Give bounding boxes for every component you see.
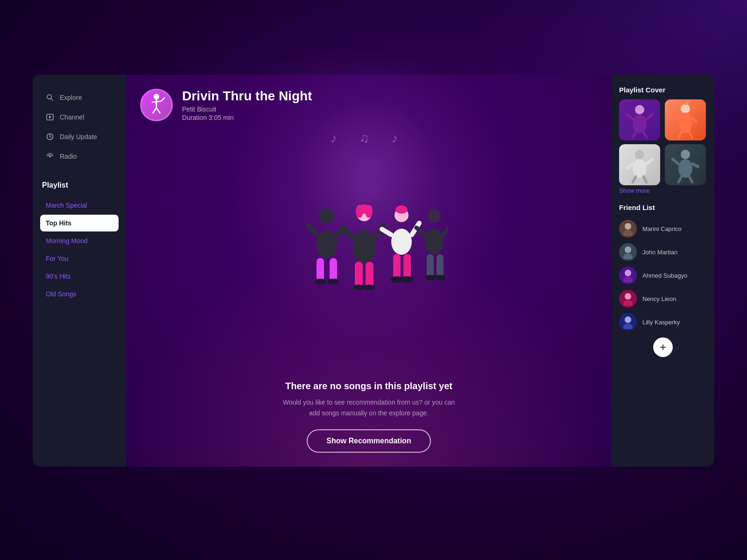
friend-item-ahmed[interactable]: Ahmed Subagyo: [619, 264, 707, 287]
svg-line-61: [678, 132, 682, 138]
svg-marker-3: [49, 116, 51, 119]
nav-item-channel-label: Channel: [60, 113, 84, 121]
svg-line-74: [689, 176, 692, 182]
svg-point-23: [356, 205, 363, 218]
svg-point-76: [623, 230, 633, 236]
svg-point-79: [625, 270, 631, 276]
nav-item-daily-update-label: Daily Update: [60, 133, 97, 140]
svg-line-18: [308, 225, 317, 235]
svg-point-38: [428, 210, 441, 223]
playlist-item-old-songs[interactable]: Old Songs: [40, 286, 119, 302]
friend-item-nency[interactable]: Nency Lieon: [619, 287, 707, 310]
app-container: Explore Channel: [33, 75, 714, 467]
svg-point-45: [435, 275, 446, 280]
svg-point-81: [625, 293, 631, 300]
svg-point-84: [623, 323, 633, 329]
nav-item-channel[interactable]: Channel: [40, 108, 119, 126]
main-content: Drivin Thru the Night Petit Biscuit Dura…: [126, 75, 612, 467]
svg-point-15: [317, 230, 337, 258]
friend-item-lilly[interactable]: Lilly Kasperky: [619, 310, 707, 334]
cover-thumb-2[interactable]: [665, 99, 706, 140]
svg-point-49: [364, 285, 375, 290]
nav-section: Explore Channel: [40, 89, 119, 167]
friend-item-john[interactable]: John Martian: [619, 240, 707, 264]
svg-line-57: [685, 101, 690, 104]
svg-line-41: [444, 225, 448, 235]
svg-point-24: [352, 230, 376, 263]
nav-item-radio-label: Radio: [60, 153, 77, 160]
svg-rect-43: [437, 254, 444, 278]
song-info: Drivin Thru the Night Petit Biscuit Dura…: [182, 89, 312, 121]
sidebar: Explore Channel: [33, 75, 126, 467]
svg-line-11: [153, 108, 156, 113]
friend-name-nency: Nency Lieon: [642, 295, 676, 302]
svg-point-37: [401, 276, 414, 283]
svg-line-55: [643, 132, 647, 138]
playlist-item-top-hits[interactable]: Top Hits: [40, 215, 119, 231]
main-illustration: ♪ ♫ ♪: [289, 121, 448, 376]
svg-line-71: [673, 159, 678, 164]
song-duration: Duration 3:05 min: [182, 114, 312, 121]
svg-point-63: [635, 150, 644, 159]
friend-avatar-lilly: [619, 313, 637, 331]
svg-point-56: [681, 104, 690, 113]
empty-description: Would you like to see recommendation fro…: [280, 397, 458, 418]
svg-line-60: [692, 118, 696, 122]
cover-thumb-4[interactable]: [665, 144, 706, 185]
playlist-item-morning-mood[interactable]: Morning Mood: [40, 232, 119, 249]
playlist-section: Playlist March Special Top Hits Morning …: [40, 181, 119, 453]
song-title: Drivin Thru the Night: [182, 89, 312, 104]
svg-rect-27: [355, 262, 363, 287]
playlist-item-march-special[interactable]: March Special: [40, 197, 119, 214]
playlist-title: Playlist: [40, 181, 119, 189]
svg-point-39: [425, 229, 444, 255]
cover-thumb-3[interactable]: [619, 144, 660, 185]
song-artist: Petit Biscuit: [182, 105, 312, 113]
svg-rect-42: [427, 254, 434, 278]
svg-line-40: [416, 228, 425, 235]
friend-list-title: Friend List: [619, 203, 707, 211]
svg-line-53: [647, 114, 652, 119]
show-recommendation-button[interactable]: Show Recommendation: [307, 429, 430, 453]
svg-line-32: [382, 229, 391, 235]
svg-point-69: [681, 150, 690, 159]
nav-item-explore-label: Explore: [60, 94, 82, 101]
friend-avatar-nency: [619, 290, 637, 308]
svg-point-64: [633, 159, 647, 178]
friend-avatar-john: [619, 243, 637, 261]
radio-icon: [46, 152, 54, 161]
cover-thumb-1[interactable]: [619, 99, 660, 140]
svg-point-7: [49, 155, 51, 157]
svg-line-68: [643, 176, 647, 182]
playlist-item-90s-hits[interactable]: 90's Hits: [40, 268, 119, 285]
playlist-item-for-you[interactable]: For You: [40, 250, 119, 267]
nav-item-daily-update[interactable]: Daily Update: [40, 128, 119, 146]
svg-point-70: [678, 159, 692, 178]
empty-title: There are no songs in this playlist yet: [280, 381, 458, 392]
svg-point-47: [328, 279, 339, 284]
svg-point-77: [625, 246, 631, 253]
svg-line-1: [51, 98, 53, 100]
svg-point-14: [319, 209, 334, 224]
svg-point-58: [678, 112, 692, 133]
svg-line-10: [152, 101, 161, 102]
svg-point-83: [625, 316, 631, 323]
svg-line-65: [627, 164, 633, 168]
svg-point-51: [633, 114, 647, 133]
friend-name-marini: Marini Caprico: [642, 225, 682, 232]
friend-item-marini[interactable]: Marini Caprico: [619, 217, 707, 240]
svg-line-54: [633, 132, 636, 138]
nav-item-explore[interactable]: Explore: [40, 89, 119, 106]
add-friend-button[interactable]: +: [653, 337, 673, 357]
playlist-cover-section: Playlist Cover: [619, 86, 707, 194]
svg-rect-35: [403, 254, 411, 280]
show-more-link[interactable]: Show more: [619, 187, 707, 194]
cover-grid: [619, 99, 707, 185]
nav-item-radio[interactable]: Radio: [40, 147, 119, 165]
friend-name-john: John Martian: [642, 249, 677, 256]
svg-point-44: [425, 275, 436, 280]
svg-point-82: [623, 300, 633, 306]
song-avatar: [140, 89, 173, 121]
svg-line-72: [692, 164, 698, 167]
svg-point-75: [625, 223, 631, 230]
